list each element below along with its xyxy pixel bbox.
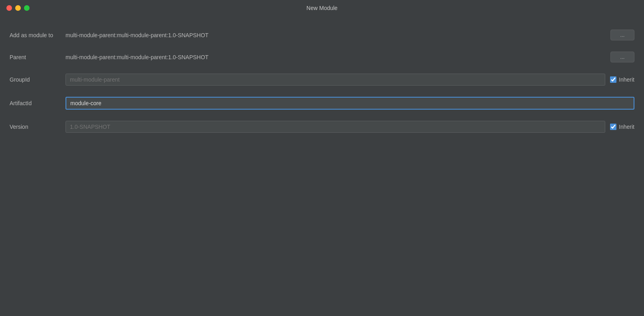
version-inherit-container: Inherit: [610, 124, 634, 130]
parent-value: multi-module-parent:multi-module-parent:…: [66, 54, 606, 60]
version-inherit-checkbox[interactable]: [610, 124, 616, 130]
group-id-input[interactable]: [66, 74, 605, 86]
minimize-button[interactable]: [15, 5, 21, 11]
group-id-inherit-checkbox[interactable]: [610, 76, 616, 83]
group-id-inherit-label: Inherit: [619, 76, 634, 83]
window-controls: [6, 5, 30, 11]
add-as-module-row: Add as module to multi-module-parent:mul…: [10, 24, 634, 46]
group-id-row: GroupId Inherit: [10, 68, 634, 91]
version-inherit-label: Inherit: [619, 124, 634, 130]
artifact-id-input[interactable]: [66, 97, 634, 110]
group-id-label: GroupId: [10, 76, 66, 83]
version-row: Version Inherit: [10, 115, 634, 138]
artifact-id-input-container: [66, 97, 634, 110]
title-bar: New Module: [0, 0, 644, 16]
version-label: Version: [10, 124, 66, 130]
version-input[interactable]: [66, 121, 605, 133]
form-content: Add as module to multi-module-parent:mul…: [0, 16, 644, 316]
artifact-id-row: ArtifactId: [10, 91, 634, 115]
group-id-inherit-container: Inherit: [610, 76, 634, 83]
window-title: New Module: [306, 5, 338, 11]
parent-browse-button[interactable]: ...: [610, 52, 634, 62]
maximize-button[interactable]: [24, 5, 30, 11]
new-module-dialog: New Module Add as module to multi-module…: [0, 0, 644, 316]
parent-row: Parent multi-module-parent:multi-module-…: [10, 46, 634, 68]
artifact-id-label: ArtifactId: [10, 100, 66, 106]
add-as-module-browse-button[interactable]: ...: [610, 30, 634, 40]
parent-label: Parent: [10, 54, 66, 60]
add-as-module-value: multi-module-parent:multi-module-parent:…: [66, 32, 606, 38]
version-input-container: [66, 121, 605, 133]
close-button[interactable]: [6, 5, 12, 11]
add-as-module-label: Add as module to: [10, 32, 66, 38]
group-id-input-container: [66, 74, 605, 86]
